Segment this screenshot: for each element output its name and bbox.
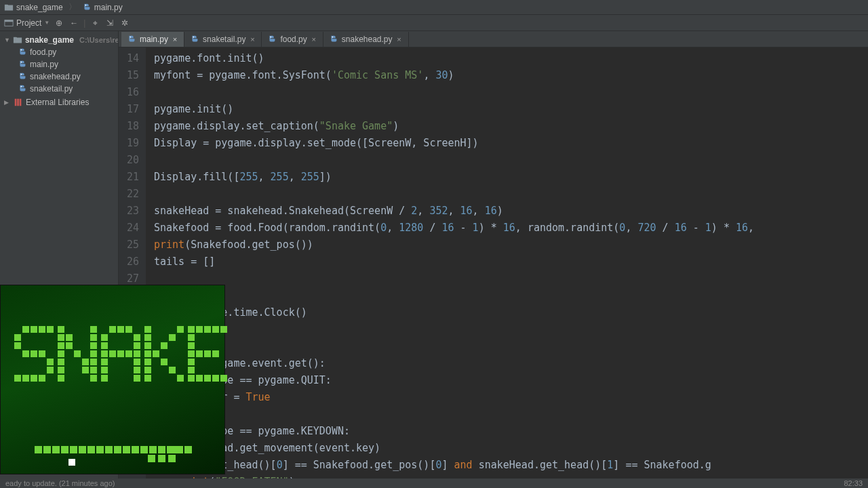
close-icon[interactable]: × — [249, 35, 256, 43]
snake-food — [68, 459, 75, 466]
tree-root-label: snake_game — [25, 35, 74, 45]
python-file-icon — [82, 3, 92, 12]
python-file-icon — [18, 72, 27, 81]
python-file-icon — [127, 35, 136, 44]
tree-external-libraries[interactable]: ▶ External Libraries — [0, 96, 118, 108]
tree-root[interactable]: ▼ snake_game C:\Users\rebba — [0, 34, 118, 46]
chevron-down-icon: ▼ — [44, 20, 50, 26]
tab-snaketail-py[interactable]: snaketail.py× — [184, 32, 262, 47]
breadcrumb-bar: snake_game 〉 main.py — [0, 0, 868, 15]
snake-head — [148, 446, 177, 462]
python-file-icon — [190, 35, 199, 44]
code-content[interactable]: pygame.font.init() myfont = pygame.font.… — [146, 47, 868, 479]
status-bar: eady to update. (21 minutes ago) 82:33 — [0, 479, 868, 488]
locate-icon[interactable]: ⌖ — [90, 18, 100, 28]
breadcrumb-file-label: main.py — [94, 3, 123, 12]
breadcrumb-file[interactable]: main.py — [82, 3, 123, 12]
svg-point-1 — [85, 4, 86, 5]
close-icon[interactable]: × — [311, 35, 317, 43]
snake-game-overlay — [0, 285, 225, 474]
tree-root-path: C:\Users\rebba — [79, 36, 119, 44]
svg-rect-10 — [20, 99, 22, 106]
tree-file[interactable]: main.py — [0, 58, 118, 70]
svg-point-11 — [130, 37, 131, 38]
close-icon[interactable]: × — [396, 35, 403, 43]
breadcrumb-project-label: snake_game — [16, 3, 63, 12]
project-icon — [4, 18, 14, 28]
svg-point-12 — [193, 37, 194, 38]
project-label: Project — [16, 18, 41, 28]
svg-rect-9 — [17, 99, 19, 106]
svg-point-7 — [20, 86, 22, 87]
svg-rect-8 — [15, 99, 17, 106]
project-dropdown[interactable]: Project ▼ — [4, 18, 50, 28]
nav-back-icon[interactable]: ← — [68, 18, 79, 28]
tree-arrow-icon: ▶ — [4, 99, 11, 106]
snake-title — [14, 326, 227, 382]
library-icon — [14, 98, 23, 107]
tree-external-label: External Libraries — [26, 98, 89, 107]
python-file-icon — [329, 35, 338, 44]
tree-arrow-icon: ▼ — [4, 37, 10, 43]
editor-area: main.py×snaketail.py×food.py×snakehead.p… — [119, 31, 868, 479]
folder-icon — [13, 35, 22, 45]
settings-icon[interactable]: ✲ — [119, 18, 130, 28]
editor-tabs: main.py×snaketail.py×food.py×snakehead.p… — [119, 31, 868, 47]
svg-point-13 — [271, 37, 272, 38]
close-icon[interactable]: × — [172, 35, 178, 43]
python-file-icon — [267, 35, 277, 44]
tab-food-py[interactable]: food.py× — [262, 32, 323, 47]
svg-point-5 — [20, 62, 22, 63]
tab-main-py[interactable]: main.py× — [121, 32, 184, 47]
svg-rect-3 — [5, 20, 13, 22]
code-editor[interactable]: 14 15 16 17 18 19 20 21 22 23 24 25 26 2… — [119, 47, 868, 479]
project-toolbar: Project ▼ ⊕ ← | ⌖ ⇲ ✲ — [0, 15, 868, 31]
python-file-icon — [18, 60, 27, 69]
chevron-right-icon: 〉 — [68, 1, 77, 13]
tab-snakehead-py[interactable]: snakehead.py× — [323, 32, 409, 47]
breadcrumb-project[interactable]: snake_game — [4, 3, 63, 12]
collapse-icon[interactable]: ⊕ — [54, 18, 64, 28]
python-file-icon — [18, 47, 27, 57]
tree-file[interactable]: food.py — [0, 46, 118, 58]
status-right: 82:33 — [844, 479, 863, 487]
status-left: eady to update. (21 minutes ago) — [5, 479, 115, 487]
svg-point-4 — [20, 49, 22, 51]
svg-point-14 — [332, 37, 333, 38]
python-file-icon — [18, 84, 27, 94]
svg-point-6 — [20, 74, 22, 75]
folder-icon — [4, 3, 14, 12]
tree-file[interactable]: snaketail.py — [0, 83, 118, 95]
expand-icon[interactable]: ⇲ — [104, 18, 115, 28]
tree-file[interactable]: snakehead.py — [0, 70, 118, 83]
